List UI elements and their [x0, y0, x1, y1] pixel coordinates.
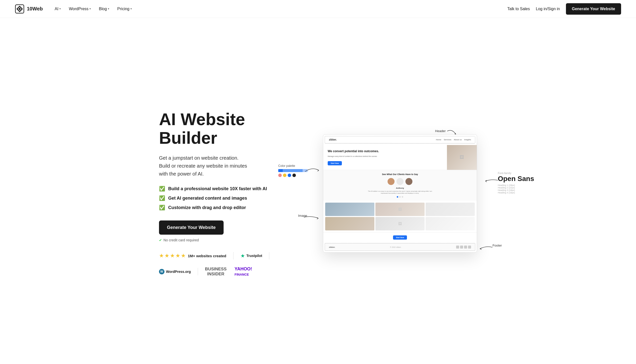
- star-5: ★: [181, 252, 186, 259]
- check-icon-small: ✔: [159, 238, 162, 242]
- mockup-footer-brand: zibber.: [329, 246, 335, 248]
- chevron-down-icon: ▾: [90, 7, 91, 10]
- mockup-cta-bottom: Start Now: [323, 232, 477, 242]
- social-proof: ★ ★ ★ ★ ★ 1M+ websites created ★ Trustpi…: [159, 252, 303, 277]
- mockup-hero-image: 🖼: [447, 145, 477, 170]
- generate-website-hero-button[interactable]: Generate Your Website: [159, 220, 224, 235]
- mockup-header: zibber. Home Services About us Insights: [325, 136, 475, 143]
- dot-1: [399, 196, 401, 198]
- header-arrow: [447, 128, 457, 135]
- gallery-item-6: [426, 217, 475, 230]
- mockup-hero-right: 🖼: [447, 145, 477, 170]
- footer-arrow: [479, 244, 494, 250]
- feature-item-1: ✅ Build a professional website 10X faste…: [159, 186, 303, 192]
- yahoo-finance-logo: YAHOO!FINANCE: [235, 266, 252, 277]
- mockup-hero-section: We convert potential into outcomes. Mana…: [323, 145, 477, 170]
- font-annotation: Font-family Open Sans Heading 1 (28px) H…: [498, 172, 534, 194]
- social-icon-1: [456, 246, 459, 248]
- wordpress-icon: W: [159, 269, 165, 274]
- social-icon-4: [468, 246, 471, 248]
- image-placeholder-icon: 🖼: [460, 155, 464, 160]
- mockup-cta-bottom-button[interactable]: Start Now: [393, 236, 407, 240]
- chevron-down-icon: ▾: [131, 7, 132, 10]
- check-icon: ✅: [159, 204, 165, 210]
- gallery-img-3: [426, 202, 475, 216]
- wordpress-org-badge: W WordPress.org: [159, 269, 191, 274]
- mockup-brand: zibber.: [329, 138, 337, 141]
- divider: [233, 252, 234, 260]
- gallery-img-placeholder-2: 🖼: [398, 222, 402, 226]
- header-right: Talk to Sales Log in/Sign in Generate Yo…: [507, 3, 621, 15]
- business-insider-logo: BUSINESSINSIDER: [205, 267, 227, 277]
- star-2: ★: [165, 252, 169, 259]
- chevron-down-icon: ▾: [59, 7, 61, 10]
- trustpilot-badge: ★ Trustpilot: [241, 253, 262, 259]
- website-mockup: zibber. Home Services About us Insights: [323, 134, 477, 253]
- star-3: ★: [170, 252, 175, 259]
- gallery-img-6: [426, 217, 475, 230]
- footer-annotation: Footer: [492, 243, 502, 248]
- logo-icon: [15, 4, 24, 14]
- gallery-item-3: [426, 202, 475, 216]
- divider-2: [269, 252, 269, 260]
- mockup-hero-title: We convert potential into outcomes.: [328, 150, 442, 154]
- dot-active: [397, 196, 398, 198]
- gallery-img-2: 🖼: [375, 202, 425, 216]
- cta-section: Generate Your Website ✔ No credit card r…: [159, 220, 303, 242]
- image-annotation: Image: [298, 213, 307, 218]
- color-palette-annotation: Color palette: [278, 164, 308, 177]
- header-left: 10Web AI ▾ WordPress ▾ Blog ▾ Pricing ▾: [15, 4, 135, 14]
- gallery-img-4: [325, 217, 374, 230]
- gallery-img-placeholder: 🖼: [398, 207, 402, 211]
- preview-container: Header Color palette: [323, 134, 477, 253]
- mockup-hero-text: Manage every kind of content in a collec…: [328, 155, 442, 158]
- feature-item-2: ✅ Get AI generated content and images: [159, 195, 303, 201]
- gallery-item-5: 🖼: [375, 217, 425, 230]
- avatar-3: [405, 178, 412, 185]
- mockup-dots: [327, 196, 473, 198]
- hero-section: AI Website Builder Get a jumpstart on we…: [0, 18, 636, 364]
- avatar-1: [388, 178, 394, 185]
- mockup-footer-copy: © 2022 zibber.: [390, 246, 401, 248]
- site-header: 10Web AI ▾ WordPress ▾ Blog ▾ Pricing ▾ …: [0, 0, 636, 18]
- mockup-footer-social: [456, 246, 471, 248]
- mockup-review-text: The AI builder is so easy to use and cus…: [368, 190, 432, 194]
- color-palette-arrow: [305, 166, 320, 174]
- hero-left: AI Website Builder Get a jumpstart on we…: [159, 110, 303, 277]
- mockup-nav: Home Services About us Insights: [436, 138, 471, 141]
- avatar-2: [396, 178, 403, 185]
- stars-section: ★ ★ ★ ★ ★ 1M+ websites created: [159, 252, 226, 259]
- gallery-img-5: 🖼: [375, 217, 425, 230]
- check-icon: ✅: [159, 195, 165, 201]
- font-arrow: [484, 176, 499, 184]
- dot-2: [402, 196, 403, 198]
- nav-ai[interactable]: AI ▾: [52, 5, 64, 13]
- hero-right: Header Color palette: [313, 124, 477, 263]
- star-1: ★: [159, 252, 164, 259]
- mockup-footer: zibber. © 2022 zibber.: [325, 243, 475, 250]
- main-nav: AI ▾ WordPress ▾ Blog ▾ Pricing ▾: [52, 5, 135, 13]
- social-icon-3: [464, 246, 467, 248]
- nav-blog[interactable]: Blog ▾: [96, 5, 112, 13]
- trustpilot-label: Trustpilot: [246, 254, 262, 258]
- mockup-cta-button[interactable]: Start Now: [328, 161, 342, 165]
- social-icon-2: [460, 246, 463, 248]
- logo-text: 10Web: [27, 6, 43, 12]
- hero-container: AI Website Builder Get a jumpstart on we…: [144, 18, 492, 364]
- mockup-section-title: See What Our Clients Have to Say: [327, 173, 473, 176]
- mockup-footer-wrapper: zibber. © 2022 zibber.: [325, 243, 475, 251]
- generate-website-header-button[interactable]: Generate Your Website: [566, 3, 621, 15]
- mockup-hero-left: We convert potential into outcomes. Mana…: [323, 145, 447, 170]
- nav-wordpress[interactable]: WordPress ▾: [66, 5, 94, 13]
- login-link[interactable]: Log in/Sign in: [536, 7, 560, 11]
- nav-pricing[interactable]: Pricing ▾: [114, 5, 135, 13]
- mockup-testimonials: See What Our Clients Have to Say Anthony…: [323, 170, 477, 201]
- gallery-item-4: [325, 217, 374, 230]
- logo[interactable]: 10Web: [15, 4, 43, 14]
- gallery-item-1: [325, 202, 374, 216]
- star-rating: ★ ★ ★ ★ ★: [159, 252, 186, 259]
- star-4: ★: [175, 252, 180, 259]
- gallery-img-1: [325, 202, 374, 216]
- talk-to-sales-link[interactable]: Talk to Sales: [507, 7, 530, 11]
- reviewer-name: Anthony: [327, 187, 473, 189]
